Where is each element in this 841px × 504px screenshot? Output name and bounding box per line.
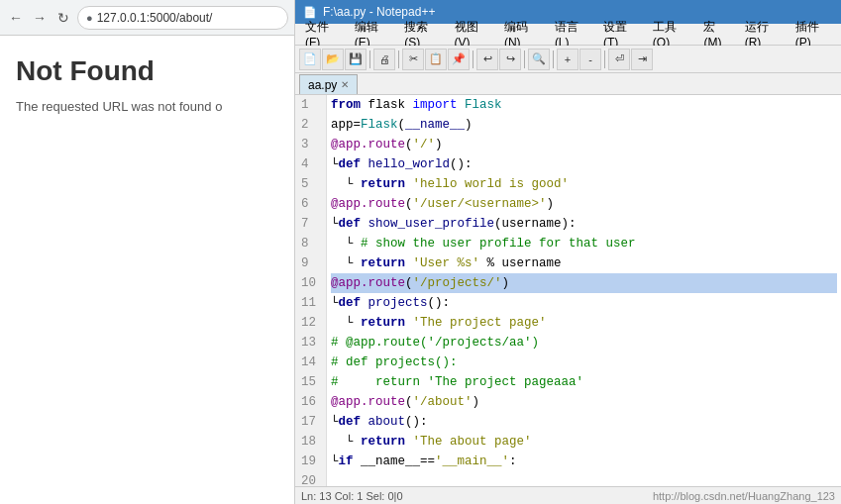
toolbar-save[interactable]: 💾 (345, 49, 367, 70)
statusbar-url: http://blog.csdn.net/HuangZhang_123 (653, 490, 835, 502)
notepad-toolbar: 📄 📂 💾 🖨 ✂ 📋 📌 ↩ ↪ 🔍 + - ⏎ ⇥ (295, 46, 841, 73)
toolbar-print[interactable]: 🖨 (373, 49, 395, 70)
toolbar-sep4 (524, 50, 525, 68)
toolbar-undo[interactable]: ↩ (476, 49, 498, 70)
notepad-panel: 📄 F:\aa.py - Notepad++ 文件(F) 编辑(E) 搜索(S)… (295, 0, 841, 504)
code-line-17: # @app.route('/projects/aa') (331, 333, 837, 353)
code-line-21: @app.route('/about') (331, 392, 837, 412)
statusbar-info: Ln: 13 Col: 1 Sel: 0|0 (301, 490, 403, 502)
toolbar-wrap[interactable]: ⏎ (608, 49, 630, 70)
tab-aa-py[interactable]: aa.py ✕ (299, 74, 358, 94)
code-line-8: @app.route('/user/<username>') (331, 194, 837, 214)
toolbar-open[interactable]: 📂 (322, 49, 344, 70)
toolbar-find[interactable]: 🔍 (528, 49, 550, 70)
code-content[interactable]: from flask import Flask app=Flask(__name… (327, 95, 841, 486)
code-line-11: └ return 'User %s' % username (331, 253, 837, 273)
code-line-23: └ return 'The about page' (331, 432, 837, 452)
notepad-menubar: 文件(F) 编辑(E) 搜索(S) 视图(V) 编码(N) 语言(L) 设置(T… (295, 24, 841, 46)
code-line-22: └def about(): (331, 412, 837, 432)
code-line-15: └ return 'The project page' (331, 313, 837, 333)
back-button[interactable]: ← (6, 8, 26, 28)
lock-icon: ● (86, 12, 93, 24)
toolbar-sep1 (369, 50, 370, 68)
browser-content: Not Found The requested URL was not foun… (0, 36, 294, 504)
statusbar: Ln: 13 Col: 1 Sel: 0|0 http://blog.csdn.… (295, 486, 841, 504)
code-line-1: from flask import Flask (331, 95, 837, 115)
not-found-subtitle: The requested URL was not found o (16, 99, 278, 114)
code-line-10: └ # show the user profile for that user (331, 234, 837, 253)
code-line-5: └def hello_world(): (331, 154, 837, 174)
code-editor[interactable]: 1 2 3 4 5 6 7 8 9 10 11 12 13 14 15 16 1… (295, 95, 841, 486)
not-found-title: Not Found (16, 55, 278, 87)
toolbar-sep5 (553, 50, 554, 68)
toolbar-paste[interactable]: 📌 (448, 49, 470, 70)
toolbar-cut[interactable]: ✂ (402, 49, 424, 70)
code-line-14: └def projects(): (331, 293, 837, 313)
toolbar-new[interactable]: 📄 (299, 49, 321, 70)
address-bar[interactable]: ● 127.0.0.1:5000/about/ (77, 6, 288, 30)
toolbar-sep3 (473, 50, 473, 68)
code-line-2: app=Flask(__name__) (331, 115, 837, 135)
code-line-18: # def projects(): (331, 353, 837, 372)
browser-toolbar: ← → ↻ ● 127.0.0.1:5000/about/ (0, 0, 294, 36)
tab-close-icon[interactable]: ✕ (341, 79, 349, 90)
toolbar-redo[interactable]: ↪ (499, 49, 521, 70)
code-line-19: # return 'The project pageaaa' (331, 372, 837, 392)
forward-button[interactable]: → (30, 8, 50, 28)
toolbar-zoom-in[interactable]: + (557, 49, 578, 70)
toolbar-copy[interactable]: 📋 (425, 49, 447, 70)
address-text: 127.0.0.1:5000/about/ (97, 11, 213, 25)
code-line-9: └def show_user_profile(username): (331, 214, 837, 234)
code-line-6: └ return 'hello world is good' (331, 174, 837, 194)
code-line-4: @app.route('/') (331, 135, 837, 154)
line-numbers: 1 2 3 4 5 6 7 8 9 10 11 12 13 14 15 16 1… (295, 95, 327, 486)
toolbar-sep2 (398, 50, 399, 68)
tab-label: aa.py (308, 78, 337, 92)
refresh-button[interactable]: ↻ (53, 8, 73, 28)
toolbar-zoom-out[interactable]: - (579, 49, 601, 70)
code-line-25: └if __name__=='__main__': (331, 452, 837, 471)
browser-panel: ← → ↻ ● 127.0.0.1:5000/about/ Not Found … (0, 0, 295, 504)
code-line-13: @app.route('/projects/') (331, 273, 837, 293)
toolbar-sep6 (604, 50, 605, 68)
notepad-tabs: aa.py ✕ (295, 73, 841, 95)
toolbar-indent[interactable]: ⇥ (631, 49, 653, 70)
